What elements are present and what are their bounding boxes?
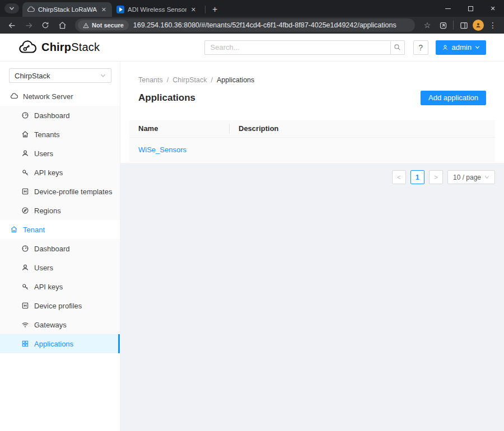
add-application-button[interactable]: Add application [421, 91, 486, 105]
forward-icon [25, 21, 33, 30]
sidebar-item-label: Dashboard [34, 245, 70, 253]
breadcrumb: Tenants/ChirpStack/Applications [138, 76, 486, 84]
pagination: < 1 > 10 / page [129, 170, 495, 184]
page-size-value: 10 / page [453, 174, 481, 181]
pagination-prev-button[interactable]: < [392, 170, 406, 184]
tab-title: ADI Wireless Sensor Hub [128, 6, 186, 13]
pagination-page-1-button[interactable]: 1 [410, 170, 424, 184]
adi-favicon-icon [116, 6, 124, 13]
table-header-row: Name Description [129, 120, 495, 137]
sidebar-item-network-server[interactable]: Network Server [0, 87, 120, 106]
appstore-icon [21, 340, 29, 348]
back-button[interactable] [4, 18, 19, 32]
cell-description [230, 137, 495, 162]
sidebar-item-gateways[interactable]: Gateways [0, 315, 120, 334]
column-header-description: Description [230, 120, 495, 137]
sidebar-item-api-keys[interactable]: API keys [0, 277, 120, 296]
window-close-button[interactable]: ✕ [482, 0, 504, 17]
sidebar-item-dashboard[interactable]: Dashboard [0, 106, 120, 125]
user-menu-label: admin [452, 43, 472, 51]
user-menu-button[interactable]: admin [436, 40, 486, 55]
warning-icon [83, 22, 89, 29]
sidebar-item-label: Device-profile templates [34, 188, 112, 196]
sidebar-menu: Network ServerDashboardTenantsUsersAPI k… [0, 87, 120, 353]
new-tab-button[interactable]: + [209, 4, 221, 15]
chevron-down-icon [475, 45, 480, 50]
page-size-select[interactable]: 10 / page [447, 170, 495, 184]
sidebar-item-api-keys[interactable]: API keys [0, 163, 120, 182]
user-icon [442, 44, 449, 51]
tenant-select-value: ChirpStack [15, 72, 50, 80]
sidebar-item-label: API keys [34, 283, 63, 291]
forward-button[interactable] [21, 18, 36, 32]
content-background: < 1 > 10 / page [120, 163, 504, 431]
breadcrumb-chirpstack[interactable]: ChirpStack [172, 76, 207, 84]
sidebar-item-tenant[interactable]: Tenant [0, 220, 120, 239]
sidebar-item-dashboard[interactable]: Dashboard [0, 239, 120, 258]
tab-bar: ChirpStack LoRaWAN® Networ ✕ ADI Wireles… [0, 0, 504, 17]
sidebar: ChirpStack Network ServerDashboardTenant… [0, 62, 120, 431]
browser-tab-chirpstack[interactable]: ChirpStack LoRaWAN® Networ ✕ [22, 2, 112, 17]
key-icon [21, 168, 29, 176]
breadcrumb-tenants[interactable]: Tenants [138, 76, 163, 84]
browser-window: ChirpStack LoRaWAN® Networ ✕ ADI Wireles… [0, 0, 504, 431]
search-button[interactable] [390, 40, 405, 55]
title-row: Applications Add application [138, 90, 486, 105]
column-header-name: Name [129, 120, 230, 137]
sidebar-item-applications[interactable]: Applications [0, 334, 120, 353]
pagination-next-button[interactable]: > [429, 170, 443, 184]
reload-icon [41, 21, 49, 29]
window-maximize-button[interactable] [459, 0, 482, 17]
close-icon[interactable]: ✕ [190, 6, 197, 13]
profile-avatar[interactable] [473, 20, 484, 31]
reload-button[interactable] [38, 18, 53, 32]
window-minimize-button[interactable] [437, 0, 459, 17]
breadcrumb-separator: / [211, 76, 212, 84]
close-icon[interactable]: ✕ [100, 6, 108, 13]
sidebar-item-label: Regions [34, 207, 61, 215]
app-header: ChirpStack ? admin [0, 34, 504, 62]
browser-menu-icon[interactable]: ⋮ [486, 18, 500, 32]
tenant-select[interactable]: ChirpStack [9, 68, 111, 83]
not-secure-badge[interactable]: Not secure [78, 20, 129, 30]
sidebar-item-label: Device profiles [34, 302, 82, 310]
breadcrumb-applications: Applications [217, 76, 254, 84]
page-title: Applications [138, 92, 195, 104]
bookmark-star-icon[interactable]: ☆ [421, 18, 434, 32]
search-input[interactable] [204, 40, 390, 55]
sidebar-item-regions[interactable]: Regions [0, 201, 120, 220]
user-icon [21, 264, 29, 271]
sidebar-item-label: Users [34, 149, 53, 158]
sidebar-item-users[interactable]: Users [0, 258, 120, 277]
extensions-icon[interactable] [436, 18, 450, 32]
sidebar-item-device-profiles[interactable]: Device profiles [0, 296, 120, 315]
help-button[interactable]: ? [413, 40, 428, 55]
window-controls: ✕ [437, 0, 504, 17]
compass-icon [21, 207, 29, 214]
home-button[interactable] [55, 18, 69, 32]
browser-tab-adi[interactable]: ADI Wireless Sensor Hub ✕ [112, 2, 202, 17]
application-link[interactable]: WiSe_Sensors [138, 146, 186, 154]
minimize-icon [445, 8, 451, 9]
tab-separator [205, 6, 206, 13]
tab-search-button[interactable] [4, 3, 19, 13]
sidebar-item-tenants[interactable]: Tenants [0, 125, 120, 144]
sidebar-item-label: Tenants [34, 130, 60, 139]
address-bar[interactable]: Not secure 169.254.160.36:8080/#/tenants… [75, 18, 415, 32]
chirpstack-logo: ChirpStack [18, 40, 100, 55]
breadcrumb-separator: / [167, 76, 169, 84]
sidebar-item-label: API keys [34, 168, 63, 177]
sidebar-item-label: Users [34, 264, 53, 272]
search-icon [394, 44, 401, 51]
sidebar-item-users[interactable]: Users [0, 144, 120, 163]
template-icon [21, 302, 29, 310]
sidebar-item-label: Dashboard [34, 111, 70, 120]
logo-text: ChirpStack [41, 41, 100, 54]
table-row: WiSe_Sensors [129, 137, 495, 162]
search-group [204, 40, 405, 55]
side-panel-icon[interactable] [457, 18, 470, 32]
sidebar-item-device-profile-templates[interactable]: Device-profile templates [0, 182, 120, 201]
main-content: Tenants/ChirpStack/Applications Applicat… [120, 62, 504, 431]
user-icon [21, 149, 29, 157]
cell-name: WiSe_Sensors [129, 137, 230, 162]
